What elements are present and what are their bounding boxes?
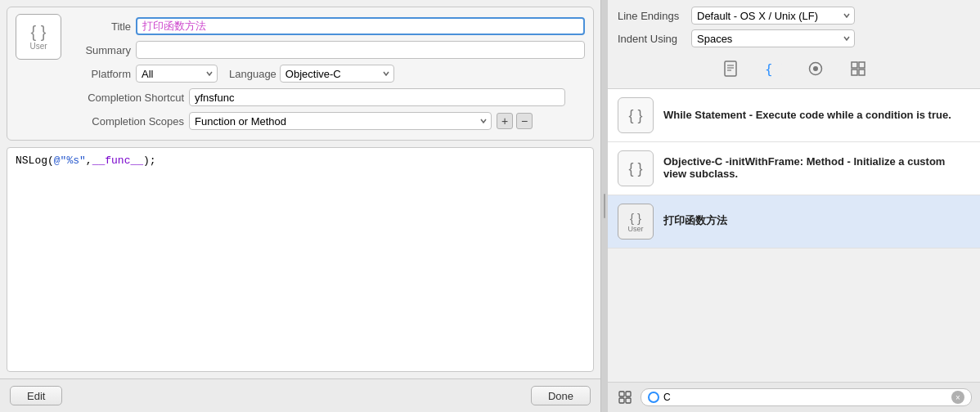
search-clear-button[interactable]: × (951, 391, 964, 404)
left-panel: { } User Title Summary Platform (0, 0, 601, 412)
user-snippet-icon: { } User (618, 204, 654, 240)
svg-point-6 (813, 66, 818, 71)
initwithframe-icon: { } (618, 150, 654, 186)
add-scope-button[interactable]: + (497, 113, 513, 129)
svg-rect-12 (626, 392, 631, 396)
shortcut-label: Completion Shortcut (70, 92, 184, 104)
panel-divider[interactable] (601, 0, 608, 412)
indent-using-row: Indent Using Spaces Tabs (618, 29, 970, 47)
svg-rect-7 (852, 62, 857, 68)
initwithframe-brace-icon: { } (628, 160, 642, 177)
svg-rect-9 (852, 69, 857, 75)
svg-rect-14 (626, 398, 631, 403)
while-brace-icon: { } (628, 107, 642, 124)
search-bar: × (608, 382, 980, 412)
svg-rect-11 (619, 392, 624, 396)
title-field-row: Title (70, 17, 585, 35)
line-endings-select[interactable]: Default - OS X / Unix (LF) Classic Mac O… (691, 7, 855, 25)
platform-select[interactable]: All macOS iOS tvOS watchOS (136, 65, 218, 83)
scopes-field-row: Completion Scopes Function or Method Top… (70, 112, 585, 130)
code-editor[interactable]: NSLog(@"%s",__func__); (7, 147, 594, 372)
shortcut-input[interactable] (189, 88, 565, 106)
svg-rect-0 (725, 61, 736, 76)
title-label: Title (70, 20, 131, 33)
initwithframe-text: Objective-C -initWithFrame: Method - Ini… (663, 155, 970, 181)
icon-bar: { } (618, 52, 970, 82)
snippet-item-while[interactable]: { } While Statement - Execute code while… (608, 89, 980, 142)
svg-rect-13 (619, 398, 624, 403)
snippet-icon-box: { } User (16, 14, 61, 60)
code-line: NSLog(@"%s",__func__); (16, 154, 585, 167)
snippet-form: { } User Title Summary Platform (7, 7, 594, 141)
indent-using-label: Indent Using (618, 33, 691, 45)
language-label: Language (229, 68, 276, 80)
code-nslog: NSLog( (16, 154, 54, 167)
form-fields: Title Summary Platform All macOS iOS tvO… (70, 17, 585, 130)
summary-label: Summary (70, 44, 131, 56)
while-text: While Statement - Execute code while a c… (663, 109, 970, 123)
remove-scope-button[interactable]: − (516, 113, 533, 129)
user-label: User (29, 42, 47, 51)
scopes-select[interactable]: Function or Method Top Level Class Imple… (189, 112, 492, 130)
page-icon-button[interactable] (717, 57, 744, 80)
edit-button[interactable]: Edit (10, 386, 62, 405)
summary-field-row: Summary (70, 41, 585, 59)
svg-text:{ }: { } (765, 61, 782, 77)
platform-label: Platform (70, 68, 131, 80)
line-endings-row: Line Endings Default - OS X / Unix (LF) … (618, 7, 970, 25)
right-panel: Line Endings Default - OS X / Unix (LF) … (608, 0, 980, 412)
initwithframe-title: Objective-C -initWithFrame: Method - Ini… (663, 155, 970, 180)
snippet-item-initwithframe[interactable]: { } Objective-C -initWithFrame: Method -… (608, 142, 980, 195)
right-top-settings: Line Endings Default - OS X / Unix (LF) … (608, 0, 980, 89)
snippet-item-user[interactable]: { } User 打印函数方法 (608, 195, 980, 249)
user-snippet-title: 打印函数方法 (663, 213, 970, 228)
summary-input[interactable] (136, 41, 585, 59)
code-func: __func__ (92, 154, 143, 167)
brace-icon-button[interactable]: { } (760, 57, 786, 80)
grid-icon-button[interactable] (845, 57, 871, 80)
search-circle-icon (648, 392, 659, 403)
brace-icon: { } (31, 24, 47, 40)
indent-using-select[interactable]: Spaces Tabs (691, 29, 855, 47)
search-input[interactable] (663, 392, 951, 403)
line-endings-label: Line Endings (618, 10, 691, 22)
platform-lang-row: Platform All macOS iOS tvOS watchOS Lang… (70, 65, 585, 83)
title-input[interactable] (136, 17, 585, 35)
user-snippet-user-label: User (627, 225, 643, 233)
grid-view-button[interactable] (616, 387, 636, 407)
user-snippet-brace-icon: { } (630, 211, 641, 225)
while-title: While Statement - Execute code while a c… (663, 109, 970, 121)
add-remove-buttons: + − (497, 113, 533, 129)
bottom-bar: Edit Done (0, 378, 600, 412)
code-comma: , (86, 154, 92, 167)
language-select[interactable]: Objective-C Swift C C++ Python Ruby Java… (280, 65, 394, 83)
title-row: { } User Title Summary Platform (16, 17, 585, 130)
circle-icon-button[interactable] (802, 57, 829, 80)
code-format-string: @"%s" (54, 154, 86, 167)
code-close: ); (143, 154, 156, 167)
scopes-label: Completion Scopes (70, 115, 184, 128)
snippet-list: { } While Statement - Execute code while… (608, 89, 980, 382)
search-input-wrapper[interactable]: × (641, 388, 972, 406)
svg-rect-8 (859, 62, 865, 68)
user-snippet-text: 打印函数方法 (663, 213, 970, 230)
svg-rect-10 (859, 69, 865, 75)
while-icon: { } (618, 97, 654, 133)
done-button[interactable]: Done (531, 386, 591, 405)
shortcut-field-row: Completion Shortcut (70, 88, 585, 106)
